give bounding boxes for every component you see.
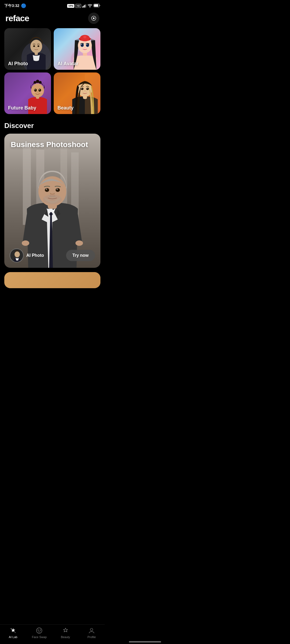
app-header: reface: [0, 9, 105, 28]
svg-point-42: [86, 88, 89, 90]
svg-rect-3: [85, 4, 86, 8]
svg-point-41: [81, 88, 84, 90]
battery-level: [93, 4, 100, 8]
svg-point-33: [35, 89, 35, 90]
svg-point-55: [56, 188, 60, 192]
svg-point-27: [31, 83, 44, 97]
svg-point-37: [40, 91, 43, 93]
beauty-label: Beauty: [57, 105, 74, 111]
status-bar: 下午3:32 🔵 VPN HD: [0, 0, 105, 9]
svg-point-43: [81, 88, 82, 89]
svg-point-45: [82, 91, 83, 92]
settings-icon: [91, 15, 97, 21]
discover-card-title: Business Photoshoot: [11, 140, 88, 149]
wifi-icon: [88, 4, 92, 8]
svg-point-47: [86, 91, 86, 92]
svg-point-24: [81, 44, 82, 45]
svg-point-60: [75, 240, 83, 246]
svg-point-28: [34, 81, 36, 84]
ai-photo-label: AI Photo: [8, 61, 28, 67]
svg-point-36: [32, 91, 35, 93]
try-now-button[interactable]: Try now: [66, 250, 95, 261]
svg-point-31: [34, 89, 37, 92]
discover-card[interactable]: Business Photoshoot AI Photo Try now: [4, 134, 100, 268]
beauty-person: [70, 74, 100, 114]
source-label: AI Photo: [26, 253, 44, 258]
ai-avatar-label: AI Avatar: [57, 61, 78, 67]
status-time: 下午3:32: [4, 3, 19, 8]
signal-icon: [82, 4, 86, 8]
svg-point-29: [36, 80, 39, 83]
svg-point-44: [87, 88, 88, 89]
svg-rect-5: [94, 4, 98, 7]
source-avatar: [10, 248, 24, 262]
discover-source: AI Photo: [10, 248, 44, 262]
feature-cards-grid: AI Photo: [0, 28, 105, 119]
svg-point-10: [30, 40, 42, 53]
app-logo: reface: [5, 13, 29, 23]
svg-point-34: [39, 89, 40, 90]
settings-button[interactable]: [88, 13, 99, 24]
svg-point-19: [83, 36, 86, 38]
svg-point-62: [15, 251, 20, 257]
svg-point-12: [38, 45, 39, 47]
vpn-badge: VPN: [67, 4, 74, 8]
svg-point-57: [57, 189, 58, 190]
hd-badge: HD: [75, 4, 81, 8]
future-baby-card[interactable]: Future Baby: [4, 72, 51, 114]
discover-preview-card[interactable]: [4, 272, 100, 288]
discover-title: Discover: [0, 119, 105, 134]
ai-avatar-card[interactable]: AI Avatar: [54, 28, 100, 70]
svg-point-25: [87, 44, 88, 45]
svg-point-35: [37, 92, 38, 93]
svg-point-32: [38, 89, 41, 92]
svg-point-54: [45, 188, 49, 192]
future-baby-label: Future Baby: [8, 105, 36, 111]
discover-section: Discover: [0, 119, 105, 288]
svg-rect-2: [84, 5, 85, 8]
svg-point-56: [46, 189, 47, 190]
svg-point-46: [83, 92, 84, 92]
discover-card-footer: AI Photo Try now: [4, 248, 100, 262]
ai-photo-card[interactable]: AI Photo: [4, 28, 51, 70]
svg-point-30: [39, 81, 42, 84]
svg-point-11: [33, 45, 35, 47]
svg-rect-0: [82, 6, 83, 8]
source-avatar-icon: [10, 249, 24, 262]
svg-point-7: [93, 17, 95, 19]
svg-rect-1: [83, 6, 84, 8]
beauty-card[interactable]: Beauty: [54, 72, 100, 114]
svg-point-59: [22, 240, 29, 246]
